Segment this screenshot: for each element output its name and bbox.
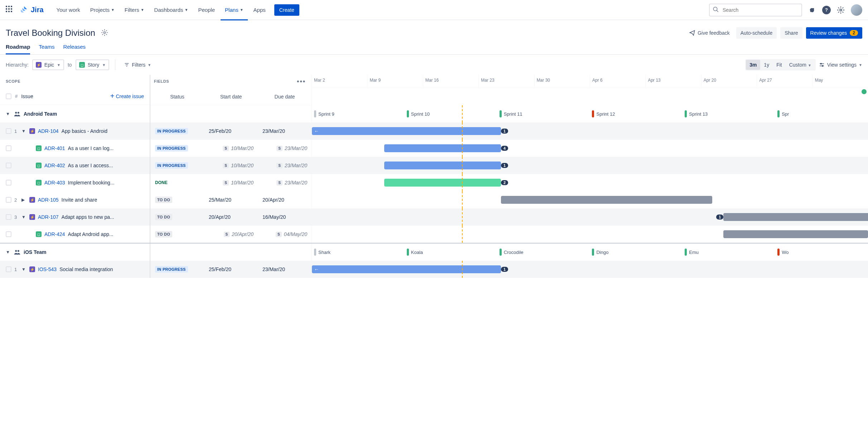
- issue-key-link[interactable]: ADR-401: [44, 145, 65, 151]
- issue-row[interactable]: 1▼⚡ADR-104App basics - Android: [0, 122, 150, 140]
- nav-item-your-work[interactable]: Your work: [52, 4, 85, 16]
- issue-key-link[interactable]: ADR-105: [38, 197, 59, 203]
- give-feedback-button[interactable]: Give feedback: [686, 28, 733, 38]
- row-checkbox[interactable]: [6, 231, 11, 237]
- plan-settings-icon[interactable]: [101, 29, 108, 37]
- settings-icon[interactable]: [836, 5, 846, 15]
- team-row[interactable]: ▼Android Team: [0, 105, 150, 122]
- status-cell[interactable]: TO DO: [150, 191, 204, 208]
- date-cell[interactable]: S10/Mar/20: [204, 157, 258, 174]
- date-cell[interactable]: 25/Feb/20: [204, 261, 258, 278]
- date-cell[interactable]: S10/Mar/20: [204, 140, 258, 157]
- dependency-count-badge[interactable]: 2: [501, 180, 508, 185]
- expand-issue-icon[interactable]: ▼: [21, 129, 26, 134]
- date-cell[interactable]: 23/Mar/20: [258, 261, 312, 278]
- date-cell[interactable]: 16/May/20: [258, 208, 312, 226]
- gantt-bar[interactable]: [723, 230, 868, 238]
- dependency-count-badge[interactable]: 1: [501, 267, 508, 272]
- user-avatar[interactable]: [851, 4, 862, 16]
- dependency-count-badge[interactable]: 1: [501, 163, 508, 168]
- nav-item-people[interactable]: People: [194, 4, 219, 16]
- zoom-3m[interactable]: 3m: [746, 60, 760, 70]
- date-cell[interactable]: S23/Mar/20: [258, 174, 312, 191]
- dependency-count-badge[interactable]: 4: [501, 146, 508, 151]
- create-issue-button[interactable]: + Create issue: [110, 92, 144, 100]
- sprint-chip[interactable]: Crocodile: [497, 249, 590, 256]
- sprint-chip[interactable]: Sprint 12: [590, 110, 683, 117]
- nav-item-apps[interactable]: Apps: [249, 4, 270, 16]
- nav-item-projects[interactable]: Projects▼: [86, 4, 119, 16]
- search-input[interactable]: [709, 4, 802, 16]
- sprint-chip[interactable]: Koala: [405, 249, 497, 256]
- issue-row[interactable]: ◻ADR-401As a user I can log...: [0, 140, 150, 157]
- app-switcher-icon[interactable]: [6, 6, 14, 14]
- status-cell[interactable]: IN PROGRESS: [150, 122, 204, 140]
- zoom-1y[interactable]: 1y: [760, 60, 773, 70]
- select-all-checkbox[interactable]: [6, 93, 11, 99]
- gantt-bar[interactable]: ←1: [312, 127, 501, 135]
- view-settings-button[interactable]: View settings ▼: [819, 62, 862, 68]
- status-cell[interactable]: IN PROGRESS: [150, 157, 204, 174]
- issue-row[interactable]: ◻ADR-424Adapt Android app...: [0, 226, 150, 243]
- date-cell[interactable]: 25/Feb/20: [204, 122, 258, 140]
- issue-key-link[interactable]: ADR-403: [44, 180, 65, 186]
- timeline-cell[interactable]: 2: [312, 174, 868, 191]
- expand-team-icon[interactable]: ▼: [6, 111, 11, 116]
- sprint-chip[interactable]: Sprint 13: [683, 110, 775, 117]
- nav-item-dashboards[interactable]: Dashboards▼: [150, 4, 193, 16]
- date-cell[interactable]: 20/Apr/20: [204, 208, 258, 226]
- sprint-chip[interactable]: Spr: [775, 110, 868, 117]
- sprint-chip[interactable]: Dingo: [590, 249, 683, 256]
- share-button[interactable]: Share: [780, 27, 802, 39]
- review-changes-button[interactable]: Review changes 2: [806, 27, 862, 39]
- jira-logo[interactable]: Jira: [20, 6, 44, 14]
- timeline-cell[interactable]: ←1: [312, 261, 868, 278]
- create-button[interactable]: Create: [274, 4, 299, 16]
- expand-issue-icon[interactable]: ▶: [21, 197, 26, 202]
- help-icon[interactable]: ?: [822, 6, 831, 14]
- timeline-cell[interactable]: ←1: [312, 122, 868, 140]
- issue-key-link[interactable]: ADR-424: [44, 231, 65, 237]
- tab-teams[interactable]: Teams: [39, 44, 54, 54]
- tab-roadmap[interactable]: Roadmap: [6, 44, 30, 54]
- nav-item-plans[interactable]: Plans▼: [221, 4, 247, 16]
- status-cell[interactable]: IN PROGRESS: [150, 261, 204, 278]
- row-checkbox[interactable]: [6, 163, 11, 168]
- zoom-custom[interactable]: Custom▼: [786, 60, 815, 70]
- row-checkbox[interactable]: [6, 180, 11, 186]
- issue-row[interactable]: 1▼⚡IOS-543Social media integration: [0, 261, 150, 278]
- sprint-chip[interactable]: Wo: [775, 249, 868, 256]
- issue-key-link[interactable]: IOS-543: [38, 266, 57, 272]
- hierarchy-to-dropdown[interactable]: ◻ Story ▼: [76, 59, 110, 70]
- timeline-cell[interactable]: 1: [312, 157, 868, 174]
- notifications-icon[interactable]: [807, 5, 817, 15]
- timeline-cell[interactable]: 4: [312, 140, 868, 157]
- dependency-count-badge[interactable]: 1: [501, 129, 508, 134]
- expand-issue-icon[interactable]: ▼: [21, 267, 26, 272]
- date-cell[interactable]: 23/Mar/20: [258, 122, 312, 140]
- issue-row[interactable]: 3▼⚡ADR-107Adapt apps to new pa...: [0, 208, 150, 226]
- dependency-count-badge[interactable]: 1: [716, 215, 723, 220]
- expand-issue-icon[interactable]: ▼: [21, 215, 26, 220]
- nav-item-filters[interactable]: Filters▼: [120, 4, 149, 16]
- gantt-bar[interactable]: [501, 196, 712, 204]
- timeline-cell[interactable]: [312, 191, 868, 208]
- gantt-bar[interactable]: 2: [384, 179, 501, 187]
- sprint-chip[interactable]: Sprint 9: [312, 110, 405, 117]
- status-cell[interactable]: TO DO: [150, 208, 204, 226]
- issue-key-link[interactable]: ADR-107: [38, 214, 59, 220]
- status-cell[interactable]: TO DO: [150, 226, 204, 243]
- date-cell[interactable]: S23/Mar/20: [258, 157, 312, 174]
- issue-key-link[interactable]: ADR-104: [38, 128, 59, 134]
- auto-schedule-button[interactable]: Auto-schedule: [736, 27, 777, 39]
- fields-menu-icon[interactable]: •••: [297, 78, 306, 85]
- date-cell[interactable]: S23/Mar/20: [258, 140, 312, 157]
- timeline-cell[interactable]: 1: [312, 208, 868, 226]
- status-cell[interactable]: IN PROGRESS: [150, 140, 204, 157]
- date-cell[interactable]: S10/Mar/20: [204, 174, 258, 191]
- expand-team-icon[interactable]: ▼: [6, 250, 11, 255]
- issue-row[interactable]: ◻ADR-402As a user I access...: [0, 157, 150, 174]
- sprint-chip[interactable]: Sprint 10: [405, 110, 497, 117]
- hierarchy-from-dropdown[interactable]: ⚡ Epic ▼: [32, 59, 64, 70]
- sprint-chip[interactable]: Emu: [683, 249, 775, 256]
